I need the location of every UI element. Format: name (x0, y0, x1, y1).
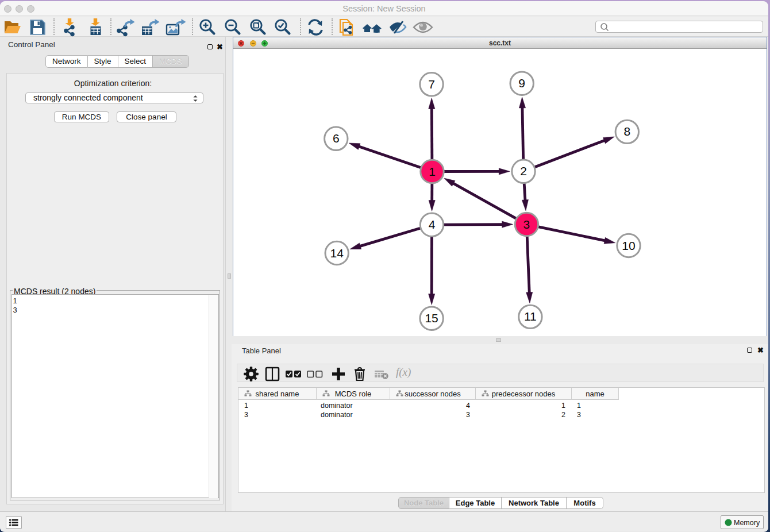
svg-text:6: 6 (333, 132, 340, 145)
svg-text:10: 10 (622, 239, 635, 252)
svg-text:8: 8 (623, 125, 630, 138)
svg-text:7: 7 (428, 78, 435, 91)
svg-text:11: 11 (524, 310, 537, 323)
svg-text:3: 3 (523, 218, 530, 231)
svg-text:2: 2 (520, 164, 527, 178)
svg-text:9: 9 (518, 76, 525, 90)
svg-text:15: 15 (425, 311, 438, 325)
svg-text:4: 4 (429, 218, 436, 231)
svg-text:1: 1 (429, 165, 436, 178)
svg-text:14: 14 (330, 246, 344, 260)
